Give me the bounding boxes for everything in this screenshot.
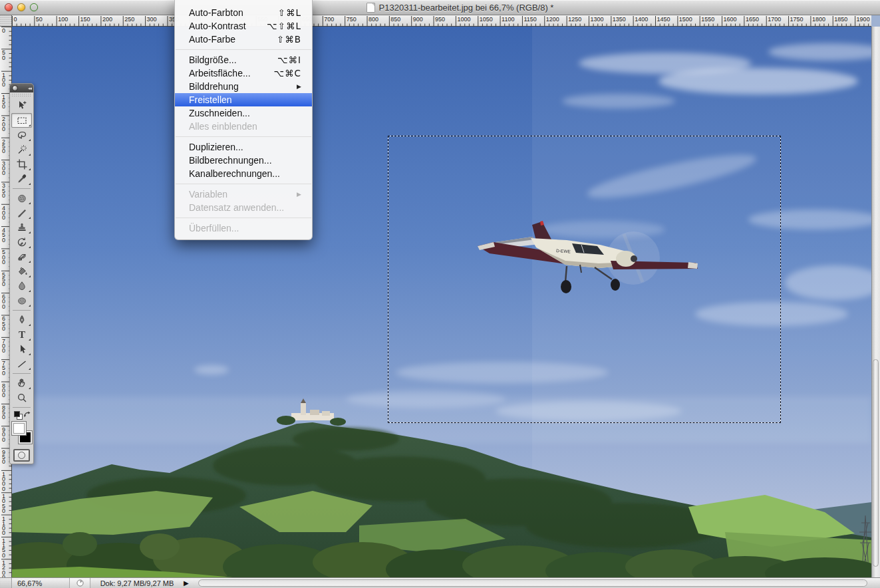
clone-stamp-tool[interactable] (11, 220, 32, 235)
svg-text:250: 250 (124, 16, 134, 23)
eraser-tool[interactable] (11, 249, 32, 264)
menu-item-auto-farbton[interactable]: Auto-Farbton⇧⌘L (175, 6, 312, 19)
palette-collapse-icon[interactable]: ◂◂ (28, 86, 31, 90)
svg-text:0: 0 (2, 508, 5, 514)
minimize-window-button[interactable] (17, 3, 25, 11)
selection-marquee[interactable] (388, 136, 781, 423)
menu-item-auto-farbe[interactable]: Auto-Farbe⇧⌘B (175, 33, 312, 46)
svg-text:1000: 1000 (457, 16, 470, 23)
default-colors-widget[interactable] (10, 410, 33, 420)
paint-bucket-tool[interactable] (11, 264, 32, 279)
svg-text:1450: 1450 (657, 16, 670, 23)
menu-item-zuschneiden-[interactable]: Zuschneiden... (175, 106, 312, 120)
history-brush-tool[interactable] (11, 235, 32, 249)
brush-tool-icon (16, 207, 28, 219)
palette-header[interactable]: ◂◂ (10, 84, 33, 92)
swap-colors-icon[interactable] (23, 410, 31, 418)
svg-text:900: 900 (413, 16, 423, 23)
spot-healing-brush-tool[interactable] (11, 191, 32, 206)
pen-tool[interactable] (11, 313, 32, 327)
mini-foreground-swatch[interactable] (14, 411, 20, 417)
svg-text:0: 0 (2, 325, 5, 332)
quick-mask-icon (18, 452, 25, 459)
line-tool-icon (16, 358, 28, 370)
zoom-level-field[interactable]: 66,67% (12, 579, 69, 587)
move-tool[interactable] (11, 98, 32, 113)
menu-item-label: Kanalberechnungen... (189, 167, 280, 180)
paint-bucket-tool-icon (16, 265, 28, 277)
type-tool-icon: T (16, 329, 28, 341)
blur-tool[interactable] (11, 279, 32, 293)
palette-grip[interactable] (11, 93, 32, 98)
menu-item-label: Auto-Farbton (189, 6, 243, 19)
menu-item-freistellen[interactable]: Freistellen (175, 93, 312, 106)
pen-tool-icon (16, 314, 28, 326)
path-selection-tool[interactable] (11, 342, 32, 357)
svg-text:200: 200 (102, 16, 112, 23)
svg-text:T: T (18, 329, 25, 340)
hand-tool[interactable] (11, 376, 32, 390)
zoom-tool[interactable] (11, 390, 32, 405)
menu-separator (175, 46, 312, 53)
svg-text:0: 0 (2, 192, 5, 199)
svg-text:750: 750 (347, 16, 357, 23)
menu-item-bildberechnungen-[interactable]: Bildberechnungen... (175, 154, 312, 167)
status-flyout-arrow-icon[interactable]: ▶ (184, 579, 194, 587)
brush-tool[interactable] (11, 206, 32, 220)
magic-wand-tool[interactable] (11, 142, 32, 157)
lasso-tool[interactable] (11, 128, 32, 142)
svg-text:1200: 1200 (546, 16, 559, 23)
zoom-window-button[interactable] (30, 3, 38, 11)
svg-text:0: 0 (2, 458, 5, 465)
magic-wand-tool-icon (16, 144, 28, 156)
submenu-arrow-icon: ▶ (297, 80, 301, 93)
menu-item-auto-kontrast[interactable]: Auto-Kontrast⌥⇧⌘L (175, 19, 312, 33)
dodge-tool[interactable] (11, 293, 32, 308)
svg-text:950: 950 (435, 16, 445, 23)
toolbar-separator (13, 310, 31, 311)
svg-text:1300: 1300 (590, 16, 603, 23)
menu-item-bildgröße-[interactable]: Bildgröße...⌥⌘I (175, 53, 312, 67)
foreground-color-swatch[interactable] (12, 422, 26, 435)
document-size-readout: Dok: 9,27 MB/9,27 MB (90, 579, 184, 587)
svg-text:1550: 1550 (701, 16, 714, 23)
menu-item-duplizieren-[interactable]: Duplizieren... (175, 140, 312, 154)
type-tool[interactable]: T (11, 327, 32, 342)
menu-item-bilddrehung[interactable]: Bilddrehung▶ (175, 80, 312, 93)
line-tool[interactable] (11, 357, 32, 371)
menu-item-label: Auto-Farbe (189, 33, 235, 46)
status-option-box[interactable] (69, 578, 90, 588)
menu-separator (175, 180, 312, 188)
svg-text:0: 0 (2, 259, 5, 265)
dodge-tool-icon (16, 295, 28, 307)
svg-text:0: 0 (14, 16, 17, 23)
svg-text:1050: 1050 (480, 16, 493, 23)
vertical-scrollbar-thumb[interactable] (873, 359, 879, 567)
rectangular-marquee-tool[interactable] (11, 113, 32, 128)
svg-text:1350: 1350 (613, 16, 626, 23)
spot-healing-brush-tool-icon (16, 192, 28, 204)
svg-text:0: 0 (2, 281, 5, 287)
window-resize-grip[interactable] (870, 578, 880, 588)
palette-close-button[interactable] (12, 85, 18, 91)
horizontal-scrollbar[interactable] (198, 579, 867, 587)
svg-text:0: 0 (2, 148, 5, 154)
tools-palette: ◂◂ T (9, 83, 34, 464)
svg-text:0: 0 (2, 237, 5, 243)
close-window-button[interactable] (5, 3, 13, 11)
document-proxy-icon[interactable] (367, 3, 375, 13)
menu-item-kanalberechnungen-[interactable]: Kanalberechnungen... (175, 167, 312, 180)
svg-text:100: 100 (58, 16, 68, 23)
menu-item-arbeitsfläche-[interactable]: Arbeitsfläche...⌥⌘C (175, 67, 312, 80)
crop-tool[interactable] (11, 157, 32, 172)
eyedropper-tool[interactable] (11, 172, 32, 186)
svg-text:0: 0 (2, 303, 5, 310)
quick-mask-button[interactable] (13, 449, 30, 462)
svg-text:1700: 1700 (768, 16, 781, 23)
menu-item-datensatz-anwenden-: Datensatz anwenden... (175, 201, 312, 214)
svg-text:0: 0 (2, 170, 5, 176)
menu-item-label: Zuschneiden... (189, 106, 250, 120)
svg-text:0: 0 (2, 27, 5, 34)
lasso-tool-icon (16, 129, 28, 141)
menu-item-variablen: Variablen▶ (175, 188, 312, 201)
